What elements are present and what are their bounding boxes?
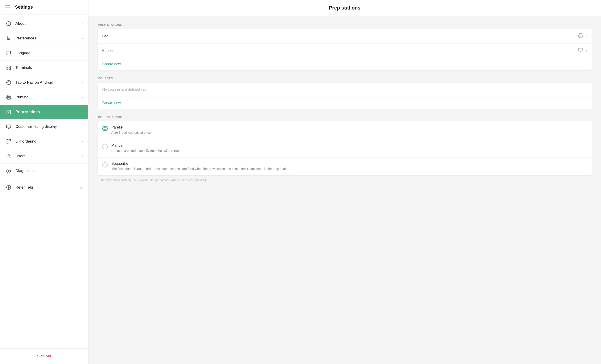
course-firing-footer-note: Determines how each course is queued for…: [98, 176, 592, 182]
courses-create-new-row[interactable]: Create new...: [98, 97, 592, 109]
sidebar-item-label: Customer-facing display: [15, 124, 78, 129]
coin-icon: [5, 184, 12, 191]
course-firing-parallel[interactable]: Parallel Auto-fire all courses at once.: [98, 121, 592, 139]
sidebar-item-label: Language: [15, 51, 78, 55]
chevron-right-icon: ›: [82, 80, 83, 85]
sign-out-button[interactable]: Sign out: [37, 354, 51, 359]
svg-rect-19: [7, 140, 8, 141]
svg-rect-12: [9, 68, 10, 69]
prep-station-bar-label: Bar: [102, 34, 575, 38]
svg-point-6: [8, 37, 8, 38]
prep-stations-section-label: PREP STATIONS: [98, 23, 592, 27]
chevron-right-icon: ›: [82, 66, 83, 70]
svg-rect-14: [8, 98, 10, 99]
nfc-icon: [5, 79, 12, 86]
print-icon: [5, 94, 12, 100]
sidebar-item-users[interactable]: Users ›: [0, 149, 88, 164]
course-firing-sequential[interactable]: Sequential The first course is auto-fire…: [98, 157, 592, 176]
courses-section-label: COURSES: [98, 77, 592, 80]
radio-sequential-content: Sequential The first course is auto-fire…: [111, 162, 587, 171]
sidebar-item-label: Users: [15, 154, 78, 158]
radio-sequential-desc: The first course is auto-fired. Subseque…: [111, 167, 587, 171]
sidebar-item-preferences[interactable]: Preferences ›: [0, 31, 88, 46]
radio-manual-desc: Courses are fired manually from the sale…: [111, 148, 587, 153]
sidebar-item-terminals[interactable]: Terminals ›: [0, 60, 88, 75]
svg-rect-32: [579, 48, 583, 51]
monitor-icon: [5, 124, 12, 130]
prep-station-bar-actions: ›: [578, 33, 587, 39]
sliders-icon: [5, 35, 12, 41]
radio-sequential-circle: [102, 162, 108, 167]
monitor-small-icon: [578, 48, 583, 54]
radio-manual-title: Manual: [111, 143, 587, 148]
svg-rect-16: [7, 125, 11, 128]
prep-stations-create-new-link[interactable]: Create new...: [102, 62, 124, 66]
chevron-right-icon: ›: [82, 154, 83, 158]
courses-section: COURSES No courses are defined yet Creat…: [98, 77, 592, 109]
prep-station-row-kitchen[interactable]: Kitchen ›: [98, 43, 592, 58]
sidebar-header: Settings: [0, 0, 88, 14]
prep-station-row-bar[interactable]: Bar ›: [98, 29, 592, 43]
chevron-right-icon: ›: [82, 139, 83, 143]
prep-stations-section: PREP STATIONS Bar › Kitchen: [98, 23, 592, 70]
chevron-right-icon: ›: [82, 21, 83, 26]
svg-rect-10: [9, 66, 10, 67]
sidebar-item-qr-ordering[interactable]: QR ordering ›: [0, 134, 88, 149]
bag-icon: [5, 109, 12, 115]
courses-card: No courses are defined yet Create new...: [98, 82, 592, 109]
prep-station-kitchen-actions: ›: [578, 48, 587, 54]
sidebar-item-label: About: [15, 21, 78, 26]
info-icon: [5, 20, 12, 27]
diagnostics-icon: [5, 168, 12, 174]
chevron-right-icon: ›: [82, 169, 83, 173]
course-firing-section-label: COURSE FIRING: [98, 116, 592, 119]
user-icon: [5, 153, 12, 159]
grid-icon: [5, 65, 12, 71]
radio-parallel-content: Parallel Auto-fire all courses at once.: [111, 125, 587, 135]
svg-point-27: [8, 154, 9, 156]
sidebar-item-tap-to-pay[interactable]: Tap to Pay on Android ›: [0, 75, 88, 90]
chevron-right-icon: ›: [586, 48, 587, 53]
sidebar-item-label: Diagnostics: [15, 169, 78, 173]
prep-station-kitchen-label: Kitchen: [102, 49, 575, 53]
qr-icon: [5, 138, 12, 145]
svg-point-7: [9, 38, 10, 39]
svg-point-8: [8, 39, 9, 40]
main-header: Prep stations: [89, 0, 601, 16]
sidebar: Settings About › Preferences › Language …: [0, 0, 89, 364]
radio-parallel-circle: [102, 126, 108, 131]
chevron-right-icon: ›: [82, 125, 83, 129]
chevron-right-icon: ›: [82, 51, 83, 55]
sidebar-item-diagnostics[interactable]: Diagnostics ›: [0, 164, 88, 178]
sidebar-item-language[interactable]: Language ›: [0, 46, 88, 60]
courses-empty-text: No courses are defined yet: [98, 82, 592, 97]
radio-parallel-title: Parallel: [111, 125, 587, 129]
course-firing-section: COURSE FIRING Parallel Auto-fire all cou…: [98, 116, 592, 182]
prep-stations-card: Bar › Kitchen ›: [98, 29, 592, 70]
courses-create-new-link[interactable]: Create new...: [102, 101, 124, 105]
svg-rect-11: [7, 68, 8, 69]
sidebar-footer: Sign out: [0, 348, 88, 364]
prep-stations-create-new-row[interactable]: Create new...: [98, 58, 592, 70]
sidebar-item-about[interactable]: About ›: [0, 16, 88, 31]
sidebar-item-customer-display[interactable]: Customer-facing display ›: [0, 119, 88, 134]
sidebar-title: Settings: [15, 5, 33, 10]
sidebar-item-printing[interactable]: Printing ›: [0, 90, 88, 105]
chevron-right-icon: ›: [82, 95, 83, 99]
sidebar-item-label: Prep stations: [15, 110, 78, 114]
hamburger-icon[interactable]: [5, 5, 10, 9]
svg-rect-20: [9, 140, 10, 141]
course-firing-card: Parallel Auto-fire all courses at once. …: [98, 121, 592, 176]
svg-rect-21: [7, 142, 8, 143]
main-sections: PREP STATIONS Bar › Kitchen: [89, 16, 601, 189]
course-firing-manual[interactable]: Manual Courses are fired manually from t…: [98, 139, 592, 157]
sidebar-nav: About › Preferences › Language › Termina…: [0, 14, 88, 348]
main-content: Prep stations PREP STATIONS Bar ›: [89, 0, 601, 364]
chevron-right-icon: ›: [82, 110, 83, 114]
radio-parallel-desc: Auto-fire all courses at once.: [111, 130, 587, 135]
sidebar-item-label: Terminals: [15, 66, 78, 70]
sidebar-item-prep-stations[interactable]: Prep stations ›: [0, 105, 88, 119]
sidebar-item-refer[interactable]: Refer Tebi ↗: [0, 180, 88, 195]
external-link-icon: ↗: [80, 185, 83, 190]
sidebar-item-label: Printing: [15, 95, 78, 99]
